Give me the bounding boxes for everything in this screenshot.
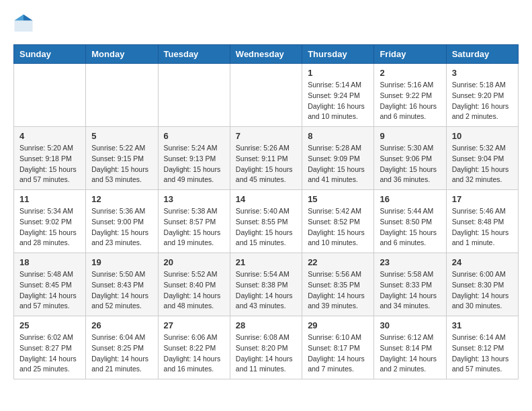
page-header — [13, 13, 519, 34]
day-number: 9 — [380, 131, 440, 141]
day-cell: 23Sunrise: 5:58 AM Sunset: 8:33 PM Dayli… — [374, 253, 446, 316]
week-row-3: 11Sunrise: 5:34 AM Sunset: 9:02 PM Dayli… — [14, 190, 519, 253]
day-cell: 11Sunrise: 5:34 AM Sunset: 9:02 PM Dayli… — [14, 190, 86, 253]
day-info: Sunrise: 5:28 AM Sunset: 9:09 PM Dayligh… — [308, 143, 368, 185]
day-number: 28 — [236, 320, 296, 330]
day-info: Sunrise: 6:12 AM Sunset: 8:14 PM Dayligh… — [380, 332, 440, 375]
day-cell: 13Sunrise: 5:38 AM Sunset: 8:57 PM Dayli… — [158, 190, 230, 253]
day-info: Sunrise: 5:54 AM Sunset: 8:38 PM Dayligh… — [236, 269, 296, 312]
calendar-table: SundayMondayTuesdayWednesdayThursdayFrid… — [13, 44, 519, 379]
day-info: Sunrise: 5:42 AM Sunset: 8:52 PM Dayligh… — [308, 206, 368, 248]
day-number: 20 — [164, 257, 224, 267]
day-number: 15 — [308, 194, 368, 204]
day-cell: 20Sunrise: 5:52 AM Sunset: 8:40 PM Dayli… — [158, 253, 230, 316]
svg-marker-1 — [24, 15, 33, 21]
day-number: 25 — [19, 320, 80, 330]
day-cell: 18Sunrise: 5:48 AM Sunset: 8:45 PM Dayli… — [14, 253, 86, 316]
day-cell: 31Sunrise: 6:14 AM Sunset: 8:12 PM Dayli… — [446, 316, 518, 379]
day-cell — [158, 64, 230, 127]
day-number: 31 — [452, 320, 513, 330]
day-info: Sunrise: 6:06 AM Sunset: 8:22 PM Dayligh… — [164, 332, 224, 375]
day-number: 2 — [380, 68, 440, 78]
day-info: Sunrise: 5:38 AM Sunset: 8:57 PM Dayligh… — [164, 206, 224, 248]
day-number: 14 — [236, 194, 296, 204]
day-info: Sunrise: 5:14 AM Sunset: 9:24 PM Dayligh… — [308, 80, 368, 122]
col-header-thursday: Thursday — [302, 45, 374, 64]
day-number: 19 — [91, 257, 152, 267]
day-info: Sunrise: 6:02 AM Sunset: 8:27 PM Dayligh… — [19, 332, 80, 375]
day-cell: 21Sunrise: 5:54 AM Sunset: 8:38 PM Dayli… — [230, 253, 302, 316]
day-cell: 17Sunrise: 5:46 AM Sunset: 8:48 PM Dayli… — [446, 190, 518, 253]
logo-icon — [13, 13, 34, 34]
day-info: Sunrise: 6:00 AM Sunset: 8:30 PM Dayligh… — [452, 269, 513, 312]
week-row-2: 4Sunrise: 5:20 AM Sunset: 9:18 PM Daylig… — [14, 127, 519, 190]
svg-marker-2 — [15, 15, 24, 21]
day-cell: 27Sunrise: 6:06 AM Sunset: 8:22 PM Dayli… — [158, 316, 230, 379]
day-number: 7 — [236, 131, 296, 141]
day-number: 24 — [452, 257, 513, 267]
day-cell: 14Sunrise: 5:40 AM Sunset: 8:55 PM Dayli… — [230, 190, 302, 253]
day-number: 18 — [19, 257, 80, 267]
col-header-friday: Friday — [374, 45, 446, 64]
day-info: Sunrise: 6:04 AM Sunset: 8:25 PM Dayligh… — [91, 332, 152, 375]
day-info: Sunrise: 5:56 AM Sunset: 8:35 PM Dayligh… — [308, 269, 368, 312]
day-number: 17 — [452, 194, 513, 204]
day-cell: 16Sunrise: 5:44 AM Sunset: 8:50 PM Dayli… — [374, 190, 446, 253]
day-number: 10 — [452, 131, 513, 141]
day-info: Sunrise: 5:16 AM Sunset: 9:22 PM Dayligh… — [380, 80, 440, 122]
day-cell — [230, 64, 302, 127]
day-cell: 26Sunrise: 6:04 AM Sunset: 8:25 PM Dayli… — [86, 316, 158, 379]
day-cell: 6Sunrise: 5:24 AM Sunset: 9:13 PM Daylig… — [158, 127, 230, 190]
day-cell: 28Sunrise: 6:08 AM Sunset: 8:20 PM Dayli… — [230, 316, 302, 379]
day-number: 30 — [380, 320, 440, 330]
day-info: Sunrise: 5:58 AM Sunset: 8:33 PM Dayligh… — [380, 269, 440, 312]
col-header-tuesday: Tuesday — [158, 45, 230, 64]
day-info: Sunrise: 5:20 AM Sunset: 9:18 PM Dayligh… — [19, 143, 80, 185]
day-number: 22 — [308, 257, 368, 267]
day-info: Sunrise: 5:22 AM Sunset: 9:15 PM Dayligh… — [91, 143, 152, 185]
day-cell: 30Sunrise: 6:12 AM Sunset: 8:14 PM Dayli… — [374, 316, 446, 379]
day-info: Sunrise: 5:34 AM Sunset: 9:02 PM Dayligh… — [19, 206, 80, 248]
day-info: Sunrise: 5:36 AM Sunset: 9:00 PM Dayligh… — [91, 206, 152, 248]
day-number: 29 — [308, 320, 368, 330]
col-header-saturday: Saturday — [446, 45, 518, 64]
day-cell: 7Sunrise: 5:26 AM Sunset: 9:11 PM Daylig… — [230, 127, 302, 190]
day-number: 21 — [236, 257, 296, 267]
day-cell — [86, 64, 158, 127]
day-number: 1 — [308, 68, 368, 78]
day-number: 23 — [380, 257, 440, 267]
day-number: 4 — [19, 131, 80, 141]
day-info: Sunrise: 6:14 AM Sunset: 8:12 PM Dayligh… — [452, 332, 513, 375]
day-cell: 10Sunrise: 5:32 AM Sunset: 9:04 PM Dayli… — [446, 127, 518, 190]
day-cell: 5Sunrise: 5:22 AM Sunset: 9:15 PM Daylig… — [86, 127, 158, 190]
week-row-4: 18Sunrise: 5:48 AM Sunset: 8:45 PM Dayli… — [14, 253, 519, 316]
week-row-1: 1Sunrise: 5:14 AM Sunset: 9:24 PM Daylig… — [14, 64, 519, 127]
col-header-sunday: Sunday — [14, 45, 86, 64]
day-number: 6 — [164, 131, 224, 141]
day-number: 13 — [164, 194, 224, 204]
day-number: 8 — [308, 131, 368, 141]
day-cell: 2Sunrise: 5:16 AM Sunset: 9:22 PM Daylig… — [374, 64, 446, 127]
day-cell: 22Sunrise: 5:56 AM Sunset: 8:35 PM Dayli… — [302, 253, 374, 316]
day-info: Sunrise: 5:26 AM Sunset: 9:11 PM Dayligh… — [236, 143, 296, 185]
day-info: Sunrise: 5:24 AM Sunset: 9:13 PM Dayligh… — [164, 143, 224, 185]
day-number: 26 — [91, 320, 152, 330]
day-info: Sunrise: 5:50 AM Sunset: 8:43 PM Dayligh… — [91, 269, 152, 312]
day-info: Sunrise: 6:08 AM Sunset: 8:20 PM Dayligh… — [236, 332, 296, 375]
day-number: 16 — [380, 194, 440, 204]
day-cell: 25Sunrise: 6:02 AM Sunset: 8:27 PM Dayli… — [14, 316, 86, 379]
day-number: 3 — [452, 68, 513, 78]
day-info: Sunrise: 5:52 AM Sunset: 8:40 PM Dayligh… — [164, 269, 224, 312]
day-cell: 29Sunrise: 6:10 AM Sunset: 8:17 PM Dayli… — [302, 316, 374, 379]
day-cell: 4Sunrise: 5:20 AM Sunset: 9:18 PM Daylig… — [14, 127, 86, 190]
day-cell: 12Sunrise: 5:36 AM Sunset: 9:00 PM Dayli… — [86, 190, 158, 253]
day-number: 27 — [164, 320, 224, 330]
day-info: Sunrise: 5:48 AM Sunset: 8:45 PM Dayligh… — [19, 269, 80, 312]
day-cell: 15Sunrise: 5:42 AM Sunset: 8:52 PM Dayli… — [302, 190, 374, 253]
day-cell — [14, 64, 86, 127]
day-number: 5 — [91, 131, 152, 141]
header-row: SundayMondayTuesdayWednesdayThursdayFrid… — [14, 45, 519, 64]
day-number: 11 — [19, 194, 80, 204]
col-header-monday: Monday — [86, 45, 158, 64]
day-info: Sunrise: 6:10 AM Sunset: 8:17 PM Dayligh… — [308, 332, 368, 375]
